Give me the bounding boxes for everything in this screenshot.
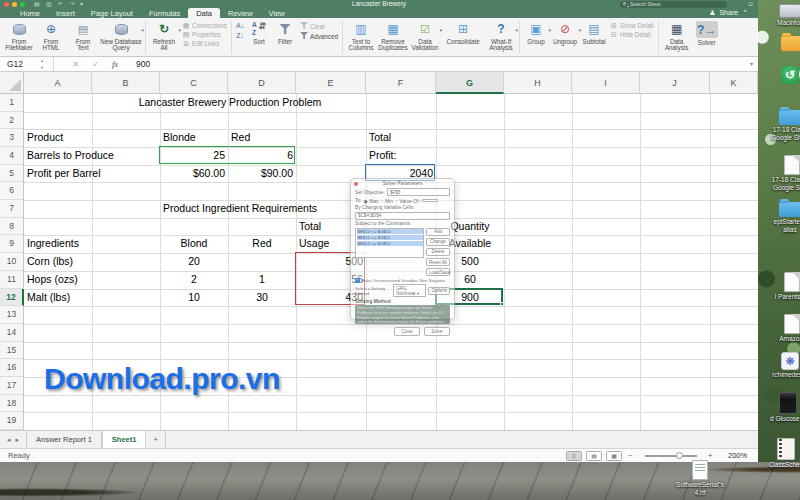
max-radio[interactable]: ◉ Max [363,198,378,204]
cell-D11[interactable]: 1 [228,271,296,289]
tab-page-layout[interactable]: Page Layout [83,8,141,18]
row-header-18[interactable]: 18 [0,395,24,413]
formula-bar-expand-icon[interactable]: ▾ [750,57,753,72]
cell-D5[interactable]: $90.00 [228,165,296,183]
cell-D9[interactable]: Red [228,235,296,253]
min-radio[interactable]: ○ Min [381,198,393,204]
row-header-5[interactable]: 5 [0,165,24,183]
spreadsheet-grid[interactable]: Download.pro.vn Solver Parameters Set Ob… [0,72,758,430]
edit-links-button[interactable]: ⧉Edit Links [182,40,227,48]
row-header-19[interactable]: 19 [0,412,24,430]
next-sheet-icon[interactable]: ▸ [16,436,20,444]
zoom-slider-track[interactable] [645,455,697,457]
column-header-G[interactable]: G [436,72,504,94]
row-header-16[interactable]: 16 [0,359,24,377]
select-all-corner[interactable] [0,72,24,94]
column-header-F[interactable]: F [366,72,436,94]
row-header-1[interactable]: 1 [0,94,24,112]
delete-constraint-button[interactable]: Delete [426,248,450,257]
row-header-8[interactable]: 8 [0,218,24,236]
share-button[interactable]: Share [719,9,738,16]
normal-view-button[interactable]: ≡ [566,451,582,461]
zoom-slider-handle[interactable] [676,452,683,459]
desktop-icon-softwareserial-s-4-rtf[interactable]: SoftwareSerial"s 4.rtf [676,460,724,496]
connections-button[interactable]: ▦Connections [182,22,227,30]
tab-view[interactable]: View [261,8,293,18]
cell-A4[interactable]: Barrels to Produce [24,147,92,165]
sort-ascending-button[interactable]: A↓ [236,22,244,30]
desktop-icon-tmachine[interactable]: ↺ [766,66,800,85]
row-header-7[interactable]: 7 [0,200,24,218]
value-of-radio[interactable]: ○ Value Of: [395,198,420,204]
filter-button[interactable]: Filter [272,20,298,45]
zoom-percentage[interactable]: 200% [728,449,747,462]
name-box[interactable]: G12 [0,57,54,72]
row-header-11[interactable]: 11 [0,271,24,289]
row-header-9[interactable]: 9 [0,235,24,253]
desktop-icon-17-18-class[interactable]: 17-18 ClassGoogle Shee [766,110,800,141]
row-header-2[interactable]: 2 [0,112,24,130]
column-header-K[interactable]: K [710,72,758,94]
sort-descending-button[interactable]: Z↓ [236,32,244,40]
desktop-icon-eptstarterk[interactable]: eptStarterKalias [766,202,800,233]
page-break-view-button[interactable]: ▦ [606,451,622,461]
solver-button[interactable]: ?→Solver [693,20,721,46]
tab-formulas[interactable]: Formulas [141,8,188,18]
row-header-17[interactable]: 17 [0,377,24,395]
row-header-4[interactable]: 4 [0,147,24,165]
row-header-10[interactable]: 10 [0,253,24,271]
column-header-B[interactable]: B [92,72,160,94]
column-header-E[interactable]: E [296,72,366,94]
hide-detail-button[interactable]: ⊟Hide Detail [610,31,654,39]
cell-A3[interactable]: Product [24,129,92,147]
ungroup-button[interactable]: ⊘▾Ungroup [550,20,580,45]
constraint-item[interactable]: $E$11 <= $G$11 [357,235,423,240]
cell-C9[interactable]: Blond [160,235,228,253]
sheet-tab-sheet1[interactable]: Sheet1 [102,431,147,448]
cell-C10[interactable]: 20 [160,253,228,271]
solver-parameters-dialog[interactable]: Solver Parameters Set Objective: $F$5 To… [350,178,455,320]
name-box-stepper[interactable]: ▲▼ [40,58,44,71]
from-text-button[interactable]: ▤From Text [67,20,99,52]
row-header-14[interactable]: 14 [0,324,24,342]
data-analysis-button[interactable]: ▦Data Analysis [661,20,693,52]
sheet-tab-answer-report[interactable]: Answer Report 1 [26,431,102,448]
desktop-icon-17-18-class-s[interactable]: 17-18 Class SGoogle Shee [768,155,800,191]
value-of-field[interactable] [422,199,438,202]
constraint-item[interactable]: $E$12 <= $G$12 [357,241,423,246]
confirm-entry-icon[interactable]: ✓ [92,57,99,72]
advanced-filter-button[interactable]: Advanced [300,32,338,41]
show-detail-button[interactable]: ⊞Show Detail [610,22,654,30]
cell-C7[interactable]: Product Ingredient Requirements [160,200,228,218]
sort-button[interactable]: AZ⇵Sort [246,20,272,45]
cell-C12[interactable]: 10 [160,289,228,307]
column-header-H[interactable]: H [504,72,572,94]
column-header-J[interactable]: J [640,72,710,94]
cancel-entry-icon[interactable]: ✕ [72,57,79,72]
tab-review[interactable]: Review [220,8,261,18]
desktop-icon-amazon-[interactable]: Amazon. [768,314,800,343]
reset-all-button[interactable]: Reset All [426,258,450,267]
insert-function-icon[interactable]: fx [112,57,118,72]
subtotal-button[interactable]: ▤Subtotal [580,20,608,45]
cell-C5[interactable]: $60.00 [160,165,228,183]
close-button[interactable]: Close [394,327,420,336]
properties-button[interactable]: ▤Properties [182,31,227,39]
group-button[interactable]: ▣▾Group [522,20,550,45]
cell-A11[interactable]: Hops (ozs) [24,271,92,289]
remove-duplicates-button[interactable]: ▦Remove Duplicates [377,20,409,52]
cell-C3[interactable]: Blonde [160,129,228,147]
method-dropdown[interactable]: GRG Nonlinear ▾ [393,284,426,297]
cell-A1[interactable]: Lancaster Brewery Production Problem [24,94,436,112]
desktop-icon-d-glucose-r[interactable]: d Glucose R [764,392,800,423]
desktop-icon-l-parents-20[interactable]: l Parents 20 [768,272,800,301]
text-to-columns-button[interactable]: ▥Text to Columns [345,20,377,52]
cell-D3[interactable]: Red [228,129,296,147]
column-header-C[interactable]: C [160,72,228,94]
options-button[interactable]: Options [428,287,450,296]
cell-F4[interactable]: Profit: [366,147,436,165]
selection-fill-handle[interactable] [500,302,504,306]
load-save-button[interactable]: Load/Save [426,268,450,277]
data-validation-button[interactable]: ☑▾Data Validation [409,20,441,52]
cell-C11[interactable]: 2 [160,271,228,289]
